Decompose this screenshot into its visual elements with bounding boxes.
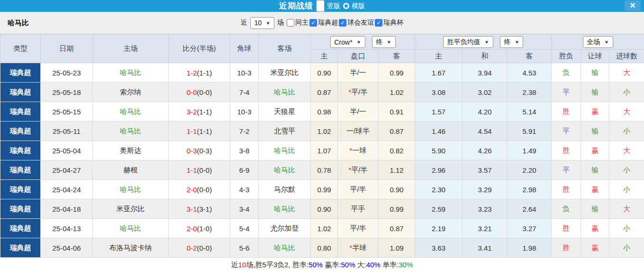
result-cell: 胜 (552, 141, 581, 160)
date-cell: 25-04-24 (41, 180, 93, 199)
sub-header-odds-home: 主 (311, 50, 338, 63)
corner-cell: 7-4 (230, 83, 259, 102)
let-result-cell: 输 (581, 63, 609, 83)
scope-select[interactable]: 全场 ∨ (583, 36, 613, 48)
avg-away-cell: 2.98 (508, 180, 552, 199)
avg-draw-cell: 3.23 (463, 199, 508, 219)
odds-away-cell: 0.87 (379, 219, 415, 238)
summary-segment: 10 (238, 261, 246, 269)
radio-selected-icon[interactable] (316, 0, 325, 12)
sub-header-let: 让球 (581, 50, 609, 63)
corner-cell: 3-8 (230, 141, 259, 160)
date-cell: 25-04-18 (41, 199, 93, 219)
half-time-score: (3-1) (197, 205, 212, 213)
avg-type-value: 胜平负均值 (447, 38, 481, 47)
full-time-score: 0-3 (187, 147, 197, 155)
radio-unselected-icon[interactable] (343, 3, 349, 9)
titlebar: 近期战绩 竖版 横版 ✕ (0, 0, 644, 12)
let-result-cell: 赢 (581, 238, 609, 258)
half-time-score: (0-0) (197, 244, 212, 252)
avg-home-cell: 5.90 (415, 141, 463, 160)
home-team-cell: 哈马比 (93, 122, 169, 141)
summary-segment: 40% (366, 261, 381, 269)
league-cell: 瑞典超 (0, 122, 41, 141)
date-cell: 25-04-27 (41, 160, 93, 180)
radio-horizontal-layout[interactable]: 横版 (343, 2, 365, 10)
avg-draw-cell: 3.57 (463, 160, 508, 180)
goals-result-cell: 小 (609, 238, 644, 258)
match-count-select[interactable]: 10 ∨ (250, 17, 275, 29)
filter-checkbox-2[interactable]: ✓球会友谊 (339, 19, 374, 27)
handicap-cell: 半/一 (338, 102, 379, 122)
full-time-score: 0-2 (187, 244, 197, 252)
chevron-down-icon: ∨ (387, 40, 391, 45)
away-team-cell: 米亚尔比 (259, 63, 311, 83)
result-cell: 胜 (552, 238, 581, 258)
score-cell: 2-0(0-0) (169, 180, 230, 199)
avg-stage-select[interactable]: 终 ∨ (500, 36, 524, 48)
full-time-score: 1-2 (187, 69, 197, 77)
home-team-cell: 布洛马波卡纳 (93, 238, 169, 258)
filter-checkbox-1[interactable]: ✓瑞典超 (309, 19, 338, 27)
date-cell: 25-04-06 (41, 238, 93, 258)
results-table: 类型 日期 主场 比分(半场) 角球 客场 Crow* ∨ 终 ∨ (0, 34, 644, 258)
let-result-cell: 赢 (581, 219, 609, 238)
odds-away-cell: 0.90 (379, 180, 415, 199)
table-row: 瑞典超25-05-04奥斯达0-3(0-3)3-8哈马比1.07*一球0.825… (0, 141, 644, 160)
handicap-cell: 半/一 (338, 63, 379, 83)
checkbox-unchecked-icon[interactable] (287, 19, 294, 27)
goals-result-cell: 大 (609, 63, 644, 83)
sub-header-goals: 进球数 (609, 50, 644, 63)
checkbox-checked-icon[interactable]: ✓ (339, 19, 346, 27)
odds-stage-select[interactable]: 终 ∨ (372, 36, 396, 48)
close-button[interactable]: ✕ (625, 0, 641, 11)
checkbox-checked-icon[interactable]: ✓ (375, 19, 382, 27)
scope-value: 全场 (587, 38, 600, 47)
filter-checkbox-3[interactable]: ✓瑞典杯 (375, 19, 403, 27)
handicap-cell: 平/半 (338, 180, 379, 199)
filter-checkbox-0[interactable]: 同主 (287, 19, 308, 27)
avg-away-cell: 2.38 (508, 83, 552, 102)
full-time-score: 2-0 (187, 225, 197, 233)
result-cell: 胜 (552, 180, 581, 199)
home-team-cell: 赫根 (93, 160, 169, 180)
sub-header-avg-away: 客 (508, 50, 552, 63)
score-cell: 3-2(1-1) (169, 102, 230, 122)
corner-cell: 7-2 (230, 122, 259, 141)
summary-text: 近10场,胜5平3负2, 胜率:50% 赢率:50% 大:40% 单率:30% (231, 261, 413, 270)
score-cell: 0-3(0-3) (169, 141, 230, 160)
avg-draw-cell: 3.02 (463, 83, 508, 102)
table-row: 瑞典超25-05-15哈马比3-2(1-1)10-3天狼星0.98半/一0.91… (0, 102, 644, 122)
avg-home-cell: 1.57 (415, 102, 463, 122)
games-label: 场 (277, 19, 284, 27)
date-cell: 25-05-04 (41, 141, 93, 160)
sub-header-avg-draw: 和 (463, 50, 508, 63)
table-row: 瑞典超25-05-11哈马比1-1(1-1)7-2北雪平1.02一/球半0.87… (0, 122, 644, 141)
goals-result-cell: 小 (609, 122, 644, 141)
score-cell: 0-0(0-0) (169, 83, 230, 102)
col-header-corner: 角球 (230, 35, 259, 63)
table-row: 瑞典超25-04-06布洛马波卡纳0-2(0-0)5-6哈马比0.80*半球1.… (0, 238, 644, 258)
odds-provider-select[interactable]: Crow* ∨ (330, 36, 365, 48)
handicap-cell: *一球 (338, 141, 379, 160)
half-time-score: (0-0) (197, 166, 212, 174)
away-team-cell: 马尔默 (259, 180, 311, 199)
odds-home-cell: 0.78 (311, 160, 338, 180)
league-cell: 瑞典超 (0, 83, 41, 102)
odds-away-cell: 1.12 (379, 160, 415, 180)
avg-home-cell: 1.67 (415, 63, 463, 83)
checkbox-checked-icon[interactable]: ✓ (309, 19, 317, 27)
date-cell: 25-05-11 (41, 122, 93, 141)
radio-vertical-layout[interactable]: 竖版 (316, 0, 340, 12)
let-result-cell: 赢 (581, 180, 609, 199)
avg-type-select[interactable]: 胜平负均值 ∨ (443, 36, 493, 48)
handicap-cell: 一/球半 (338, 122, 379, 141)
league-cell: 瑞典超 (0, 63, 41, 83)
score-cell: 3-1(3-1) (169, 199, 230, 219)
odds-home-cell: 0.90 (311, 63, 338, 83)
full-time-score: 3-1 (187, 205, 197, 213)
avg-stage-value: 终 (504, 38, 511, 47)
avg-draw-cell: 3.41 (463, 238, 508, 258)
full-time-score: 2-0 (187, 186, 197, 194)
home-team-cell: 索尔纳 (93, 83, 169, 102)
